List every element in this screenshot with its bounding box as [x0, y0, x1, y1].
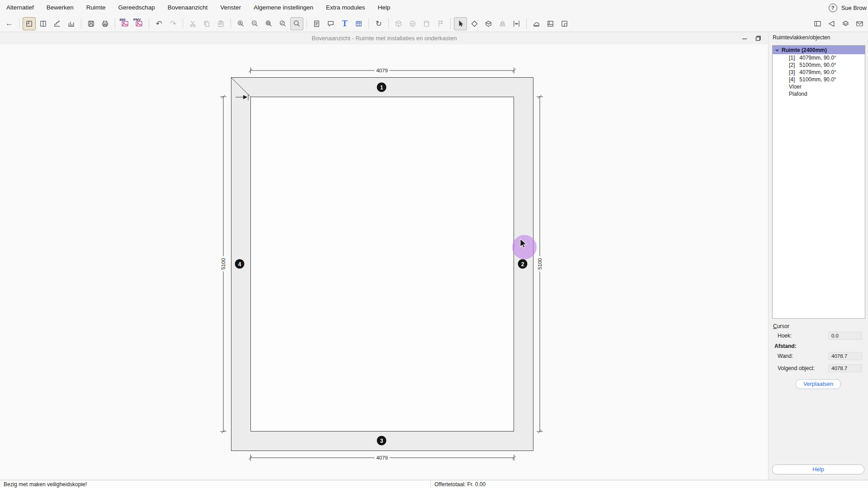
render-pnv-button[interactable]: PNV [132, 17, 146, 30]
bars-icon [67, 19, 75, 28]
dim-left: 5100 [221, 256, 226, 272]
user-name[interactable]: Sue Brow [841, 5, 867, 11]
undo-button[interactable]: ↶ [152, 17, 165, 30]
volgend-object-input[interactable]: 4078.7 [828, 364, 863, 372]
view-front-button[interactable] [37, 17, 50, 30]
floorplan-icon [25, 19, 33, 28]
wall-badge-2[interactable]: 2 [518, 259, 528, 269]
niche-button[interactable] [544, 17, 557, 30]
wand-row: Wand: 4078.7 [778, 352, 863, 360]
view-bars-button[interactable] [65, 17, 78, 30]
opening-button[interactable] [558, 17, 571, 30]
room-walls[interactable] [231, 77, 533, 451]
zoom-realtime-button[interactable] [290, 17, 303, 30]
menu-alternatief[interactable]: Alternatief [0, 0, 40, 15]
menu-algemene-instellingen[interactable]: Algemene instellingen [247, 0, 320, 15]
wand-input[interactable]: 4078.7 [828, 352, 863, 360]
table-icon [354, 19, 363, 28]
copy-button[interactable] [200, 17, 213, 30]
table-button[interactable] [352, 17, 365, 30]
save-button[interactable] [85, 17, 98, 30]
dim-bottom: 4079 [374, 455, 390, 460]
help-button[interactable]: Help [772, 465, 864, 474]
panel-header: Ruimtevlakken/objecten [773, 34, 830, 41]
menu-bewerken[interactable]: Bewerken [40, 0, 80, 15]
menu-extra-modules[interactable]: Extra modules [320, 0, 371, 15]
wall-badge-1[interactable]: 1 [377, 83, 387, 92]
toolbar: ← 360 PNV ↶ ↷ [0, 15, 868, 32]
facet-button[interactable] [468, 17, 481, 30]
tree-item-wall-4[interactable]: [4] 5100mm, 90.0° [773, 76, 865, 83]
paste-button[interactable] [214, 17, 227, 30]
room-floor[interactable] [250, 97, 514, 432]
send-button[interactable] [825, 17, 838, 30]
stack-button[interactable] [839, 17, 852, 30]
hoek-input[interactable]: 0.0 [828, 332, 863, 340]
restore-button[interactable] [754, 34, 762, 42]
toolbar-separator [388, 18, 389, 29]
zoom-in-button[interactable] [234, 17, 247, 30]
mail-button[interactable] [853, 17, 866, 30]
menu-gereedschap[interactable]: Gereedschap [112, 0, 161, 15]
mail-icon [855, 19, 864, 28]
verplaatsen-button[interactable]: Verplaatsen [796, 379, 841, 389]
tree-item-wall-3[interactable]: [3] 4079mm, 90.0° [773, 69, 865, 76]
wall-badge-3[interactable]: 3 [377, 436, 387, 446]
volgend-object-row: Volgend object: 4078.7 [778, 364, 863, 372]
zoom-fit-button[interactable] [262, 17, 275, 30]
panel-toggle-button[interactable] [811, 17, 824, 30]
wall-badge-4[interactable]: 4 [235, 259, 245, 269]
print-icon [101, 19, 109, 28]
minimize-icon [742, 36, 747, 41]
zoom-out-button[interactable] [248, 17, 261, 30]
print-button[interactable] [99, 17, 112, 30]
note-button[interactable] [310, 17, 323, 30]
mirror-button[interactable] [496, 17, 509, 30]
minimize-button[interactable] [741, 34, 749, 42]
stamp-button[interactable] [530, 17, 543, 30]
menu-ruimte[interactable]: Ruimte [80, 0, 112, 15]
text-button[interactable]: T [338, 17, 351, 30]
menu-venster[interactable]: Venster [214, 0, 247, 15]
spacing-button[interactable] [510, 17, 523, 30]
rotate-button[interactable]: ↻ [372, 17, 385, 30]
wand-label: Wand: [778, 353, 793, 359]
select-button[interactable] [454, 17, 467, 30]
view-top-button[interactable] [23, 17, 36, 30]
drawing-canvas[interactable]: 4079 4079 5100 5100 1 2 3 4 [0, 44, 769, 480]
cut-button[interactable] [186, 17, 199, 30]
tree-item-vloer[interactable]: Vloer [773, 83, 865, 90]
room-objects-tree[interactable]: Ruimte (2400mm) [1] 4079mm, 90.0° [2] 51… [772, 45, 865, 319]
tree-item-plafond[interactable]: Plafond [773, 90, 865, 98]
render-360-badge: 360 [119, 18, 125, 22]
flag-button[interactable] [434, 17, 447, 30]
tree-item-wall-1[interactable]: [1] 4079mm, 90.0° [773, 54, 865, 61]
zoom-icon [292, 19, 301, 28]
hoek-label: Hoek: [778, 333, 792, 339]
afstand-section-label: Afstand: [774, 343, 797, 349]
zoom-out-icon [250, 19, 259, 28]
canvas-title: Bovenaanzicht - Ruimte met installaties … [0, 32, 769, 44]
menu-bovenaanzicht[interactable]: Bovenaanzicht [161, 0, 214, 15]
view-steps-button[interactable] [51, 17, 64, 30]
render-360-button[interactable]: 360 [118, 17, 132, 30]
cabinet-button[interactable] [392, 17, 405, 30]
zoom-window-button[interactable] [276, 17, 289, 30]
rotate-3d-button[interactable] [482, 17, 495, 30]
note-icon [312, 19, 321, 28]
menubar: Alternatief Bewerken Ruimte Gereedschap … [0, 0, 868, 15]
elevation-icon [39, 19, 47, 28]
menu-help[interactable]: Help [371, 0, 396, 15]
tree-root-ruimte[interactable]: Ruimte (2400mm) [773, 46, 865, 54]
redo-button[interactable]: ↷ [166, 17, 179, 30]
cursor-section-label: Cursor [773, 323, 789, 329]
barrel-button[interactable] [420, 17, 433, 30]
toolbar-separator [183, 18, 183, 29]
workspace: Bovenaanzicht - Ruimte met installaties … [0, 32, 868, 480]
comment-button[interactable] [324, 17, 337, 30]
help-circle-icon[interactable]: ? [829, 4, 837, 12]
back-button[interactable]: ← [3, 17, 16, 30]
tree-item-wall-2[interactable]: [2] 5100mm, 90.0° [773, 61, 865, 69]
toolbar-separator [450, 18, 451, 29]
socket-button[interactable] [406, 17, 419, 30]
